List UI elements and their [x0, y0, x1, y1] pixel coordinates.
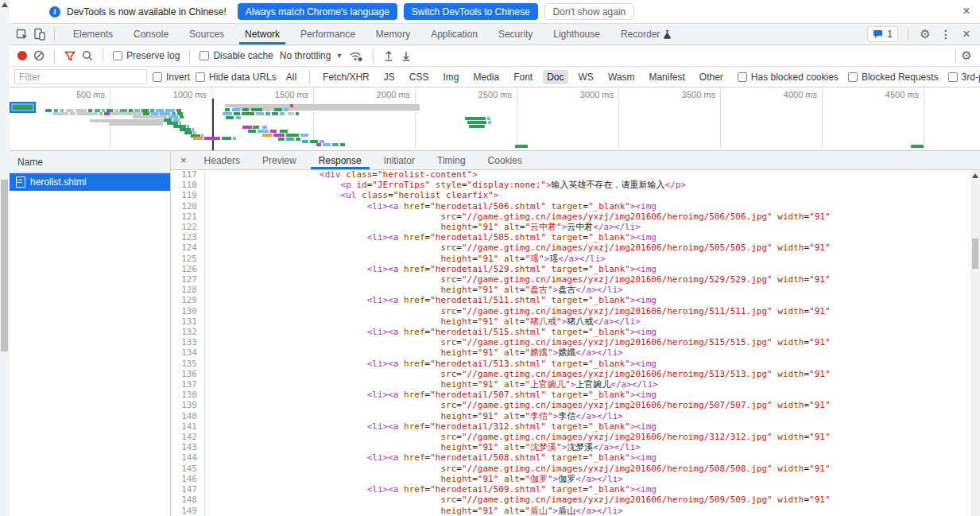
detail-tab-cookies[interactable]: Cookies: [477, 151, 533, 169]
issues-count: 1: [887, 29, 893, 40]
issues-counter[interactable]: 1: [867, 26, 898, 42]
invert-checkbox[interactable]: Invert: [153, 72, 190, 83]
detail-tab-timing[interactable]: Timing: [426, 151, 477, 169]
filter-chip-img[interactable]: Img: [439, 70, 463, 84]
inspect-icon[interactable]: [16, 28, 29, 41]
code-scroll-up-icon[interactable]: [972, 173, 978, 178]
filter-chip-doc[interactable]: Doc: [543, 70, 567, 84]
network-overview[interactable]: 500 ms1000 ms1500 ms2000 ms2500 ms3000 m…: [10, 87, 980, 151]
tab-recorder[interactable]: Recorder: [610, 24, 682, 45]
code-text: height="91" alt="嫦娥">嫦娥</a></li>: [205, 347, 623, 358]
line-number: 122: [171, 222, 205, 232]
response-code-viewer[interactable]: 117 <div class="herolist-content">118 <p…: [171, 170, 970, 516]
code-line: 118 <p id="JErroTips" style="display:non…: [171, 180, 970, 190]
code-text: src="//game.gtimg.cn/images/yxzj/img2016…: [205, 464, 831, 474]
waterfall-bar: [251, 108, 262, 111]
tab-security[interactable]: Security: [488, 24, 543, 45]
tab-lighthouse[interactable]: Lighthouse: [543, 24, 610, 45]
has-blocked-cookies-checkbox[interactable]: Has blocked cookies: [738, 72, 839, 83]
detail-tab-preview[interactable]: Preview: [251, 151, 308, 169]
waterfall-bar: [233, 137, 236, 140]
hide-data-urls-checkbox[interactable]: Hide data URLs: [196, 72, 277, 83]
import-har-icon[interactable]: [383, 50, 394, 62]
tab-memory[interactable]: Memory: [366, 24, 420, 45]
line-number: 125: [171, 254, 205, 264]
waterfall-bar: [111, 112, 120, 115]
filter-chip-other[interactable]: Other: [695, 70, 727, 84]
tab-elements[interactable]: Elements: [63, 24, 123, 45]
devtools-close-icon[interactable]: ×: [959, 28, 974, 41]
code-line: 148 src="//game.gtimg.cn/images/yxzj/img…: [171, 495, 970, 505]
tab-application[interactable]: Application: [420, 24, 488, 45]
detail-tab-response[interactable]: Response: [308, 151, 373, 169]
preserve-log-checkbox[interactable]: Preserve log: [113, 50, 180, 61]
more-options-icon[interactable]: ⋮: [939, 28, 953, 41]
blocked-requests-checkbox[interactable]: Blocked Requests: [848, 72, 939, 83]
code-line: 124 src="//game.gtimg.cn/images/yxzj/img…: [171, 242, 970, 253]
code-line: 125 height="91" alt="瑶">瑶</a></li>: [171, 254, 970, 264]
device-toolbar-icon[interactable]: [33, 28, 46, 41]
tab-sources[interactable]: Sources: [179, 24, 234, 45]
tab-console[interactable]: Console: [123, 24, 179, 45]
code-text: src="//game.gtimg.cn/images/yxzj/img2016…: [205, 337, 831, 347]
waterfall-bar: [288, 112, 294, 115]
waterfall-bar: [316, 143, 321, 146]
line-number: 133: [171, 337, 205, 347]
settings-gear-icon[interactable]: ⚙: [918, 28, 932, 41]
line-number: 147: [171, 484, 205, 495]
waterfall-bar: [911, 145, 924, 148]
filter-chip-js[interactable]: JS: [380, 70, 399, 84]
code-line: 140 height="91" alt="李信">李信</a></li>: [171, 411, 970, 421]
page-scrollbar-thumb[interactable]: [1, 180, 8, 351]
waterfall-bar: [232, 108, 240, 111]
3rd-party-requests-checkbox[interactable]: 3rd-party requests: [948, 72, 980, 83]
waterfall-bar: [300, 134, 308, 137]
code-text: height="91" alt="云中君">云中君</a></li>: [205, 222, 641, 232]
tab-network[interactable]: Network: [234, 24, 290, 45]
name-column-header[interactable]: Name: [10, 151, 170, 173]
filter-input[interactable]: [14, 69, 147, 84]
code-line: 127 src="//game.gtimg.cn/images/yxzj/img…: [171, 274, 970, 285]
network-settings-gear-icon[interactable]: ⚙: [959, 49, 974, 62]
filter-chip-css[interactable]: CSS: [405, 70, 433, 84]
code-text: height="91" alt="猪八戒">猪八戒</a></li>: [205, 316, 641, 327]
code-text: height="91" alt="盘古">盘古</a></li>: [205, 285, 623, 295]
detail-close-icon[interactable]: ×: [171, 151, 193, 169]
waterfall-bar: [151, 112, 158, 115]
network-conditions-icon[interactable]: [349, 50, 363, 62]
filter-chip-wasm[interactable]: Wasm: [604, 70, 639, 84]
code-scrollbar-thumb[interactable]: [972, 239, 978, 269]
throttling-dropdown[interactable]: No throttling ▼: [280, 50, 343, 61]
search-icon[interactable]: [82, 50, 93, 61]
line-number: 138: [171, 390, 205, 400]
line-number: 142: [171, 432, 205, 442]
filter-chip-manifest[interactable]: Manifest: [645, 70, 688, 84]
line-number: 129: [171, 295, 205, 305]
switch-chinese-button[interactable]: Switch DevTools to Chinese: [404, 3, 538, 20]
filter-chip-ws[interactable]: WS: [575, 70, 598, 84]
line-number: 136: [171, 369, 205, 379]
export-har-icon[interactable]: [401, 50, 412, 62]
match-language-button[interactable]: Always match Chrome's language: [238, 3, 397, 20]
filter-chip-all[interactable]: All: [282, 70, 300, 84]
filter-chip-media[interactable]: Media: [469, 70, 503, 84]
infobar-close-icon[interactable]: ×: [959, 4, 974, 18]
selected-request-bar-fill: [13, 105, 33, 110]
clear-icon[interactable]: [33, 50, 45, 61]
filter-chip-font[interactable]: Font: [509, 70, 536, 84]
tab-performance[interactable]: Performance: [290, 24, 366, 45]
detail-tab-headers[interactable]: Headers: [193, 151, 251, 169]
filter-chip-fetch-xhr[interactable]: Fetch/XHR: [319, 70, 374, 84]
disable-cache-checkbox[interactable]: Disable cache: [199, 50, 273, 61]
scroll-up-arrow-icon[interactable]: [2, 2, 8, 7]
selected-request-waterfall-bar[interactable]: [10, 102, 36, 113]
code-scrollbar[interactable]: [970, 170, 980, 516]
record-button[interactable]: [17, 51, 27, 60]
waterfall-bar: [274, 108, 282, 111]
code-line: 143 height="91" alt="沈梦溪">沈梦溪</a></li>: [171, 442, 970, 452]
waterfall-bar: [234, 112, 240, 115]
filter-funnel-icon[interactable]: [64, 51, 76, 61]
detail-tab-initiator[interactable]: Initiator: [373, 151, 426, 169]
request-row-herolist.shtml[interactable]: herolist.shtml: [10, 173, 170, 191]
dont-show-again-button[interactable]: Don't show again: [544, 3, 635, 20]
